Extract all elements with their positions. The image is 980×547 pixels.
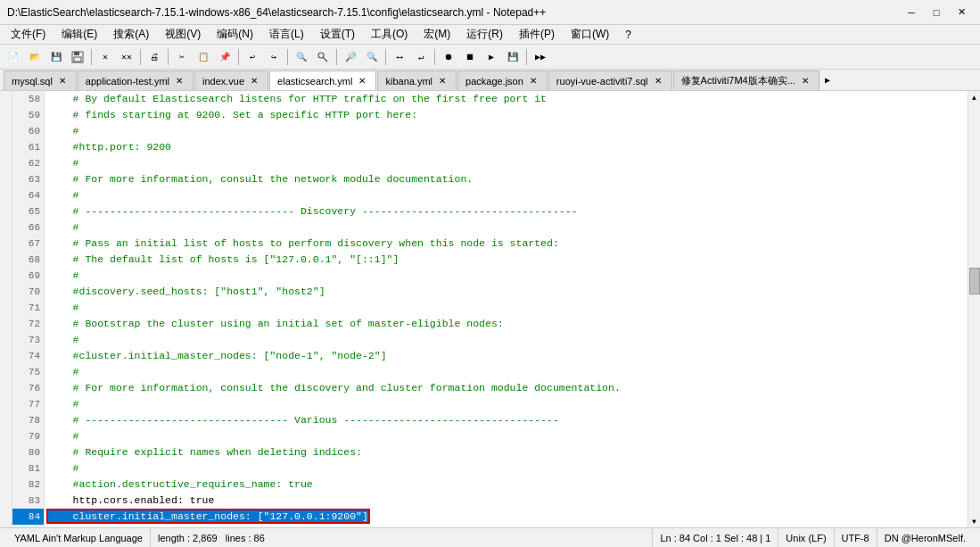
tab-elasticsearch-yml[interactable]: elasticsearch.yml ✕ [269,70,376,90]
tab-scroll-right[interactable]: ▶ [820,70,835,90]
menu-settings[interactable]: 设置(T) [313,25,362,44]
menu-view[interactable]: 视图(V) [158,25,208,44]
copy-button[interactable]: 📋 [194,47,213,67]
code-line-81[interactable]: # [45,460,968,477]
tab-close-mysql[interactable]: ✕ [56,75,69,87]
sync-scroll-button[interactable]: ⟷ [390,47,409,67]
code-editor[interactable]: # By default Elasticsearch listens for H… [45,91,968,527]
tab-package-json[interactable]: package.json ✕ [457,70,548,90]
code-line-84[interactable]: cluster.initial_master_nodes: ["127.0.0.… [45,509,968,525]
line-number-68: 68 [12,252,44,268]
paste-button[interactable]: 📌 [215,47,235,67]
tab-close-kibana[interactable]: ✕ [436,75,449,87]
tab-fix-activiti[interactable]: 修复Activiti7M4版本确实... ✕ [673,70,819,90]
line-number-62: 62 [12,155,44,171]
undo-button[interactable]: ↩ [243,47,262,67]
toolbar-separator-7 [385,49,386,65]
tab-kibana-yml[interactable]: kibana.yml ✕ [377,70,457,90]
menu-tools[interactable]: 工具(O) [364,25,415,44]
menu-encoding[interactable]: 编码(N) [210,25,260,44]
open-button[interactable]: 📂 [25,47,45,67]
macro-save-button[interactable]: 💾 [503,47,523,67]
macro-record-button[interactable]: ⏺ [439,47,458,67]
macro-play-button[interactable]: ▶ [482,47,501,67]
code-line-85[interactable]: http.cors.allow-origin: "*" [45,525,968,527]
maximize-button[interactable]: □ [925,4,948,21]
code-line-62[interactable]: # [45,155,968,171]
tab-ruoyi-vue[interactable]: ruoyi-vue-activiti7.sql ✕ [548,70,672,90]
close-button[interactable]: ✕ [950,4,973,21]
code-line-64[interactable]: # [45,187,968,203]
macro-stop-button[interactable]: ⏹ [460,47,480,67]
tab-close-package[interactable]: ✕ [527,75,539,87]
line-number-72: 72 [12,316,44,332]
code-line-58[interactable]: # By default Elasticsearch listens for H… [45,91,968,107]
run-button[interactable]: ▶▶ [531,47,550,67]
tab-mysql-sql[interactable]: mysql.sql ✕ [4,70,77,90]
minimize-button[interactable]: ─ [900,4,923,21]
code-line-68[interactable]: # The default list of hosts is ["127.0.0… [45,252,968,268]
menu-plugins[interactable]: 插件(P) [512,25,562,44]
tab-close-ruoyi[interactable]: ✕ [652,75,664,87]
zoom-in-button[interactable]: 🔎 [341,47,360,67]
menu-language[interactable]: 语言(L) [262,25,311,44]
zoom-out-button[interactable]: 🔍 [362,47,382,67]
code-line-66[interactable]: # [45,220,968,236]
redo-button[interactable]: ↪ [264,47,284,67]
scroll-thumb[interactable] [969,268,980,294]
code-line-83[interactable]: http.cors.enabled: true [45,493,968,509]
code-line-77[interactable]: # [45,396,968,412]
code-line-78[interactable]: # --------------------------------- Vari… [45,412,968,428]
code-line-69[interactable]: # [45,268,968,284]
find-replace-button[interactable] [313,47,333,67]
vertical-scrollbar[interactable]: ▲ ▼ [968,91,980,527]
scroll-down-button[interactable]: ▼ [968,515,981,527]
menu-edit[interactable]: 编辑(E) [54,25,104,44]
save-all-button[interactable] [68,47,87,67]
cut-button[interactable]: ✂ [172,47,192,67]
tab-label: 修复Activiti7M4版本确实... [681,74,795,87]
line-number-82: 82 [12,477,44,493]
print-button[interactable]: 🖨 [144,47,164,67]
tab-close-fix[interactable]: ✕ [799,75,811,87]
tab-index-vue[interactable]: index.vue ✕ [194,70,268,90]
close-all-button[interactable]: ✕✕ [117,47,136,67]
save-button[interactable]: 💾 [46,47,66,67]
code-line-73[interactable]: # [45,332,968,348]
code-line-75[interactable]: # [45,364,968,380]
code-line-82[interactable]: #action.destructive_requires_name: true [45,477,968,493]
line-number-66: 66 [12,220,44,236]
menu-macro[interactable]: 宏(M) [416,25,457,44]
code-line-71[interactable]: # [45,300,968,316]
code-line-61[interactable]: #http.port: 9200 [45,139,968,155]
code-line-60[interactable]: # [45,123,968,139]
tab-application-test[interactable]: application-test.yml ✕ [78,70,194,90]
wrap-button[interactable]: ↵ [411,47,431,67]
code-line-79[interactable]: # [45,428,968,444]
menu-search[interactable]: 搜索(A) [106,25,156,44]
code-line-80[interactable]: # Require explicit names when deleting i… [45,444,968,460]
line-number-70: 70 [12,284,44,300]
code-line-76[interactable]: # For more information, consult the disc… [45,380,968,396]
menu-run[interactable]: 运行(R) [459,25,510,44]
scroll-up-button[interactable]: ▲ [968,91,981,104]
menu-file[interactable]: 文件(F) [4,25,53,44]
tab-close-elastic[interactable]: ✕ [356,75,368,87]
close-button[interactable]: ✕ [95,47,115,67]
code-line-67[interactable]: # Pass an initial list of hosts to perfo… [45,236,968,252]
code-line-59[interactable]: # finds starting at 9200. Set a specific… [45,107,968,123]
line-number-75: 75 [12,364,44,380]
code-line-72[interactable]: # Bootstrap the cluster using an initial… [45,316,968,332]
new-button[interactable]: 📄 [4,47,23,67]
menu-help[interactable]: ? [618,27,638,43]
toolbar-separator-2 [140,49,141,65]
code-line-65[interactable]: # ---------------------------------- Dis… [45,203,968,220]
scroll-track[interactable] [968,104,981,515]
code-line-63[interactable]: # For more information, consult the netw… [45,171,968,187]
code-line-70[interactable]: #discovery.seed_hosts: ["host1", "host2"… [45,284,968,300]
find-button[interactable]: 🔍 [292,47,311,67]
tab-close-index[interactable]: ✕ [248,75,260,87]
tab-close-app[interactable]: ✕ [173,75,185,87]
menu-window[interactable]: 窗口(W) [564,25,616,44]
code-line-74[interactable]: #cluster.initial_master_nodes: ["node-1"… [45,348,968,364]
